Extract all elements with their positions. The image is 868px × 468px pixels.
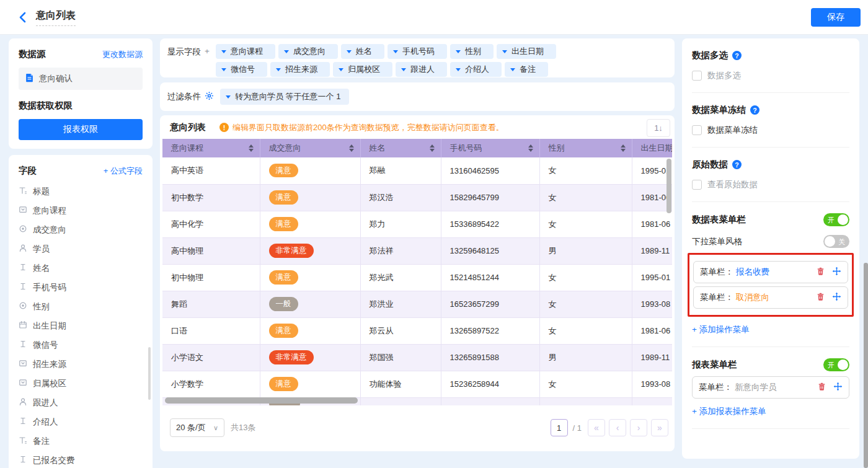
- column-header-姓名[interactable]: 姓名: [360, 139, 441, 157]
- display-field-chip-介绍人[interactable]: 介绍人: [450, 62, 502, 77]
- display-field-chip-招生来源[interactable]: 招生来源: [270, 62, 330, 77]
- field-item-性别[interactable]: 性别: [19, 297, 143, 316]
- table-cell: 初中物理: [162, 264, 260, 291]
- next-page-button[interactable]: ›: [630, 419, 647, 436]
- display-field-chip-备注[interactable]: 备注: [505, 62, 548, 77]
- chip-label: 出生日期: [512, 46, 544, 57]
- chip-label: 跟进人: [410, 64, 435, 75]
- move-icon[interactable]: [832, 292, 841, 303]
- first-page-button[interactable]: «: [588, 419, 605, 436]
- field-item-意向课程[interactable]: 意向课程: [19, 201, 143, 220]
- field-item-标题[interactable]: 标题: [19, 182, 143, 201]
- save-button[interactable]: 保存: [811, 8, 861, 27]
- person-icon: [19, 244, 27, 254]
- field-item-姓名[interactable]: 姓名: [19, 258, 143, 278]
- menu-bar-item-新意向学员[interactable]: 菜单栏：新意向学员: [692, 376, 849, 399]
- formula-field-link[interactable]: + 公式字段: [104, 166, 143, 177]
- field-label: 性别: [33, 301, 50, 312]
- display-field-chip-跟进人[interactable]: 跟进人: [396, 62, 447, 77]
- display-field-chip-意向课程[interactable]: 意向课程: [216, 44, 275, 59]
- help-icon[interactable]: ?: [750, 105, 760, 115]
- table-row: 初中数学满意郑汉浩15829645799女1981-06: [162, 184, 672, 211]
- page-scrollbar[interactable]: [864, 263, 868, 468]
- help-icon[interactable]: ?: [732, 160, 742, 169]
- menu-item-name[interactable]: 取消意向: [736, 292, 769, 303]
- current-datasource[interactable]: 意向确认: [19, 68, 143, 90]
- sort-icon[interactable]: [528, 144, 533, 152]
- vertical-scrollbar[interactable]: [666, 159, 671, 213]
- sort-icon[interactable]: [249, 144, 254, 152]
- sort-icon[interactable]: [349, 144, 354, 152]
- field-item-学员[interactable]: 学员: [19, 239, 143, 258]
- add-action-menu-link[interactable]: + 添加操作菜单: [692, 324, 849, 335]
- sort-icon[interactable]: [621, 144, 626, 152]
- display-field-chip-微信号[interactable]: 微信号: [216, 62, 267, 77]
- title-icon: [19, 186, 27, 196]
- field-item-招生来源[interactable]: 招生来源: [19, 355, 143, 374]
- field-item-成交意向[interactable]: 成交意向: [19, 220, 143, 239]
- display-field-chip-成交意向[interactable]: 成交意向: [278, 44, 338, 59]
- move-icon[interactable]: [832, 267, 841, 278]
- checkbox[interactable]: ✓: [692, 125, 702, 135]
- table-menu-toggle[interactable]: 开: [823, 213, 849, 226]
- column-header-成交意向[interactable]: 成交意向: [260, 139, 360, 157]
- divider: [692, 147, 849, 148]
- menu-bar-item-取消意向[interactable]: 菜单栏：取消意向: [693, 286, 848, 309]
- trash-icon[interactable]: [816, 267, 825, 278]
- raw-data-checkbox-row[interactable]: 查看原始数据: [692, 179, 849, 190]
- dropdown-style-toggle[interactable]: 关: [823, 235, 849, 248]
- menu-freeze-checkbox-row[interactable]: ✓ 数据菜单冻结: [692, 125, 849, 136]
- row-order-button[interactable]: 1↓: [647, 119, 670, 137]
- gear-icon[interactable]: [205, 91, 214, 102]
- page-size-select[interactable]: 20 条/页 ∨: [170, 418, 224, 437]
- checkbox[interactable]: [692, 71, 702, 81]
- display-field-chip-手机号码[interactable]: 手机号码: [388, 44, 447, 59]
- display-field-chip-归属校区[interactable]: 归属校区: [333, 62, 392, 77]
- filter-condition-chip[interactable]: 转为意向学员 等于任意一个 1: [220, 89, 349, 105]
- horizontal-scrollbar[interactable]: [165, 397, 358, 404]
- column-header-出生日期[interactable]: 出生日期: [632, 139, 672, 157]
- prev-page-button[interactable]: ‹: [609, 419, 626, 436]
- field-item-跟进人[interactable]: 跟进人: [19, 393, 143, 412]
- field-item-备注[interactable]: 备注: [19, 431, 143, 451]
- menu-bar-item-报名收费[interactable]: 菜单栏：报名收费: [693, 261, 848, 283]
- menu-item-prefix: 菜单栏：: [700, 267, 733, 278]
- field-item-手机号码[interactable]: 手机号码: [19, 278, 143, 297]
- display-field-chip-姓名[interactable]: 姓名: [341, 44, 384, 59]
- page-number-input[interactable]: 1: [551, 419, 568, 436]
- column-header-意向课程[interactable]: 意向课程: [162, 139, 260, 157]
- multi-select-checkbox-row[interactable]: 数据多选: [692, 70, 849, 81]
- last-page-button[interactable]: »: [651, 419, 668, 436]
- column-header-性别[interactable]: 性别: [539, 139, 632, 157]
- move-icon[interactable]: [833, 382, 843, 393]
- field-item-已报名交费[interactable]: 已报名交费: [19, 451, 143, 468]
- fields-card: 字段 + 公式字段 标题意向课程成交意向学员姓名手机号码性别出生日期微信号招生来…: [9, 155, 153, 468]
- field-item-介绍人[interactable]: 介绍人: [19, 412, 143, 431]
- add-report-action-menu-link[interactable]: + 添加报表操作菜单: [692, 406, 849, 417]
- menu-item-name[interactable]: 报名收费: [736, 267, 769, 278]
- menu-item-name[interactable]: 新意向学员: [735, 382, 777, 393]
- display-field-chip-出生日期[interactable]: 出生日期: [497, 44, 556, 59]
- field-item-出生日期[interactable]: 出生日期: [19, 316, 143, 335]
- back-icon[interactable]: [16, 10, 31, 25]
- report-menu-toggle[interactable]: 开: [823, 358, 849, 371]
- trash-icon[interactable]: [816, 292, 825, 303]
- checkbox[interactable]: [692, 180, 702, 190]
- display-field-chip-性别[interactable]: 性别: [450, 44, 494, 59]
- trash-icon[interactable]: [817, 382, 826, 393]
- sort-icon[interactable]: [430, 144, 435, 152]
- column-header-手机号码[interactable]: 手机号码: [441, 139, 539, 157]
- column-label: 意向课程: [171, 143, 203, 152]
- field-item-微信号[interactable]: 微信号: [19, 335, 143, 355]
- change-datasource-link[interactable]: 更改数据源: [102, 49, 143, 60]
- chip-label: 招生来源: [285, 64, 317, 75]
- table-cell: 郑力: [360, 211, 441, 237]
- add-display-field-button[interactable]: +: [205, 46, 210, 56]
- intent-tag-cell: 一般: [260, 291, 360, 317]
- page-total-label: / 1: [573, 423, 582, 433]
- help-icon[interactable]: ?: [732, 51, 742, 60]
- chip-label: 微信号: [231, 64, 255, 75]
- report-permission-button[interactable]: 报表权限: [19, 119, 143, 140]
- fields-scrollbar[interactable]: [148, 347, 151, 400]
- field-item-归属校区[interactable]: 归属校区: [19, 374, 143, 393]
